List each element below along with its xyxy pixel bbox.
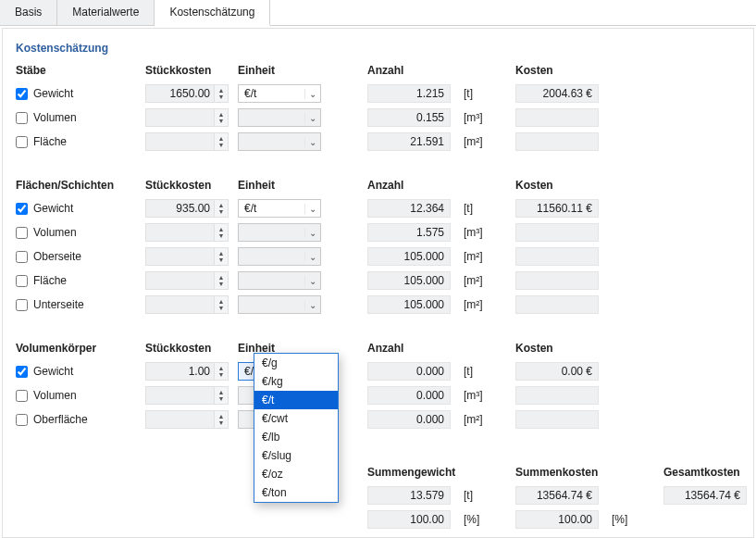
chevron-down-icon: ⌄: [304, 252, 320, 262]
spinner-icon[interactable]: ▲▼: [214, 248, 228, 265]
unit-label: [%]: [460, 513, 488, 526]
spinner-icon[interactable]: ▲▼: [214, 133, 228, 150]
checkbox[interactable]: [16, 299, 28, 311]
unit-select[interactable]: €/t⌄: [238, 84, 321, 103]
chevron-down-icon: ⌄: [304, 204, 320, 214]
row-checkbox[interactable]: Oberfläche: [16, 413, 145, 426]
col-header: Stückkosten: [145, 64, 238, 79]
spinner-icon[interactable]: ▲▼: [214, 109, 228, 126]
dropdown-option[interactable]: €/t: [254, 391, 338, 409]
dropdown-option[interactable]: €/cwt: [254, 409, 338, 428]
value-readout: 12.364: [367, 199, 451, 218]
numeric-input[interactable]: ▲▼: [145, 108, 229, 127]
unit-select: ⌄: [238, 108, 321, 127]
col-header: Stückkosten: [145, 342, 238, 357]
dropdown-option[interactable]: €/slug: [254, 446, 338, 465]
unit-select: ⌄: [238, 132, 321, 151]
chevron-down-icon: ⌄: [304, 113, 320, 123]
value-readout: 11560.11 €: [515, 199, 599, 218]
dropdown-option[interactable]: €/lb: [254, 428, 338, 446]
spinner-icon[interactable]: ▲▼: [214, 85, 228, 102]
checkbox[interactable]: [16, 366, 28, 378]
checkbox[interactable]: [16, 112, 28, 124]
spinner-icon[interactable]: ▲▼: [214, 200, 228, 217]
value-readout: 0.00 €: [515, 362, 599, 381]
unit-select[interactable]: €/t⌄: [238, 199, 321, 218]
value-readout: [515, 410, 599, 429]
col-header: Kosten: [515, 342, 608, 357]
checkbox[interactable]: [16, 227, 28, 239]
group-title: Volumenkörper: [16, 342, 145, 357]
row-label: Gewicht: [33, 87, 73, 100]
numeric-input[interactable]: ▲▼: [145, 386, 229, 405]
unit-select: ⌄: [238, 247, 321, 266]
unit-label: [m²]: [460, 250, 488, 263]
numeric-input[interactable]: ▲▼: [145, 132, 229, 151]
unit-select: ⌄: [238, 223, 321, 242]
row-label: Oberseite: [33, 250, 81, 263]
row-label: Volumen: [33, 111, 77, 124]
checkbox[interactable]: [16, 88, 28, 100]
numeric-input[interactable]: 1.00 ▲▼: [145, 362, 229, 381]
spinner-icon[interactable]: ▲▼: [214, 296, 228, 313]
value-readout: 0.000: [367, 362, 451, 381]
col-header: Anzahl: [367, 342, 460, 357]
spinner-icon[interactable]: ▲▼: [214, 363, 228, 380]
numeric-input[interactable]: ▲▼: [145, 223, 229, 242]
col-header: Anzahl: [367, 179, 460, 194]
row-checkbox[interactable]: Volumen: [16, 226, 145, 239]
einheit-dropdown[interactable]: €/g€/kg€/t€/cwt€/lb€/slug€/oz€/ton: [254, 353, 339, 503]
unit-label: [%]: [608, 513, 636, 526]
value-readout: 0.000: [367, 410, 451, 429]
tab-materialwerte[interactable]: Materialwerte: [57, 0, 155, 25]
unit-label: [t]: [460, 489, 488, 502]
value-readout: 100.00: [367, 510, 451, 529]
chevron-down-icon: ⌄: [304, 89, 320, 99]
numeric-input[interactable]: ▲▼: [145, 295, 229, 314]
spinner-icon[interactable]: ▲▼: [214, 411, 228, 428]
tab-kostenschaetzung[interactable]: Kostenschätzung: [155, 0, 270, 26]
numeric-input[interactable]: ▲▼: [145, 271, 229, 290]
row-checkbox[interactable]: Unterseite: [16, 298, 145, 311]
numeric-input[interactable]: 1650.00 ▲▼: [145, 84, 229, 103]
row-checkbox[interactable]: Fläche: [16, 135, 145, 148]
checkbox[interactable]: [16, 251, 28, 263]
tab-basis[interactable]: Basis: [0, 0, 57, 25]
checkbox[interactable]: [16, 136, 28, 148]
row-checkbox[interactable]: Oberseite: [16, 250, 145, 263]
row-label: Fläche: [33, 135, 67, 148]
unit-label: [m²]: [460, 274, 488, 287]
row-checkbox[interactable]: Volumen: [16, 389, 145, 402]
dropdown-option[interactable]: €/g: [254, 354, 338, 372]
value-readout: 13.579: [367, 486, 451, 505]
numeric-input[interactable]: 935.00 ▲▼: [145, 199, 229, 218]
numeric-input[interactable]: ▲▼: [145, 410, 229, 429]
checkbox[interactable]: [16, 390, 28, 402]
row-checkbox[interactable]: Gewicht: [16, 202, 145, 215]
dropdown-option[interactable]: €/oz: [254, 465, 338, 483]
group-title: Flächen/Schichten: [16, 179, 145, 194]
col-header: Stückkosten: [145, 179, 238, 194]
dropdown-option[interactable]: €/ton: [254, 483, 338, 502]
dropdown-option[interactable]: €/kg: [254, 372, 338, 391]
row-checkbox[interactable]: Fläche: [16, 274, 145, 287]
unit-label: [t]: [460, 202, 488, 215]
spinner-icon[interactable]: ▲▼: [214, 272, 228, 289]
spinner-icon[interactable]: ▲▼: [214, 387, 228, 404]
spinner-icon[interactable]: ▲▼: [214, 224, 228, 241]
unit-label: [m²]: [460, 413, 488, 426]
checkbox[interactable]: [16, 203, 28, 215]
value-readout: 1.575: [367, 223, 451, 242]
row-label: Unterseite: [33, 298, 84, 311]
checkbox[interactable]: [16, 414, 28, 426]
value-readout: 105.000: [367, 271, 451, 290]
numeric-input[interactable]: ▲▼: [145, 247, 229, 266]
row-checkbox[interactable]: Volumen: [16, 111, 145, 124]
row-checkbox[interactable]: Gewicht: [16, 87, 145, 100]
panel-title: Kostenschätzung: [16, 42, 740, 55]
row-checkbox[interactable]: Gewicht: [16, 365, 145, 378]
group-title: Stäbe: [16, 64, 145, 79]
checkbox[interactable]: [16, 275, 28, 287]
value-readout: 100.00: [515, 510, 599, 529]
value-readout: 13564.74 €: [663, 486, 747, 505]
